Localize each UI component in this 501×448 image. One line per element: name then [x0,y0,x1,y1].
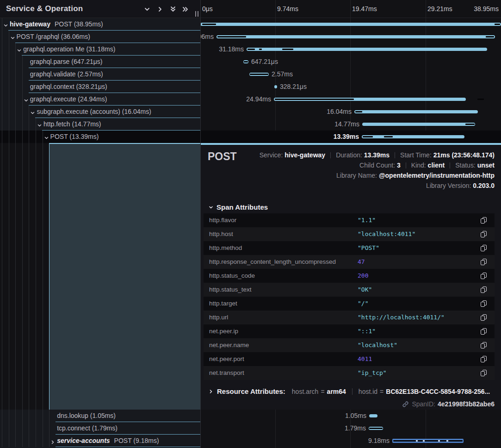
copy-icon[interactable] [481,231,487,238]
span-duration-bar[interactable] [369,414,377,417]
span-row-timeline[interactable]: 13.39ms [200,131,501,143]
overview-value: 21ms (23:56:48.174) [433,151,495,159]
indent-guide [22,410,23,422]
span-row-timeline[interactable]: 2.57ms [200,68,501,81]
span-duration-bar[interactable] [354,110,478,113]
attribute-row: net.transport"ip_tcp" [204,366,495,380]
operation-name: POST /graphql (36.06ms) [17,33,90,40]
collapse-span-icon[interactable] [37,122,42,127]
attribute-value: 47 [358,255,365,269]
span-row-name[interactable]: dns.lookup (1.05ms) [0,410,200,422]
span-row-timeline[interactable]: 647.21μs [200,56,501,68]
copy-icon[interactable] [481,245,487,252]
timeline-column: 0μs9.74ms19.47ms29.21ms38.95ms 36.06ms31… [200,0,501,448]
attribute-key: http.status_code [209,269,255,283]
copy-icon[interactable] [481,300,487,307]
span-row-timeline[interactable]: 1.79ms [200,422,501,435]
span-row-timeline[interactable]: 328.21μs [200,81,501,93]
indent-guide [29,422,29,435]
indent-guide [9,143,9,410]
resource-attributes-row[interactable]: Resource Attributes:host.arch=arm64host.… [209,387,490,395]
indent-guide [43,131,43,143]
collapse-span-icon[interactable] [17,47,22,52]
attribute-row: http.flavor"1.1" [204,213,495,227]
copy-icon[interactable] [481,356,487,363]
indent-guide [9,81,9,93]
span-row-name[interactable]: http.fetch (14.77ms) [0,118,200,131]
span-attributes-header[interactable]: Span Attributes [209,203,268,211]
indent-guide [15,131,16,143]
span-row-timeline[interactable]: 36.06ms [200,31,501,43]
indent-guide [2,18,2,31]
critical-path-segment [247,49,255,50]
column-divider[interactable] [200,0,201,448]
copy-icon[interactable] [481,273,487,280]
operation-name: graphql.context (328.21μs) [30,83,107,90]
column-resize-handle[interactable] [195,11,199,17]
double-chevron-right-icon[interactable] [181,5,190,13]
span-row-timeline[interactable] [200,18,501,31]
collapsed-child-marker [416,440,418,442]
span-duration-label: 14.77ms [334,118,359,131]
indent-guide [15,106,16,118]
span-duration-label: 13.39ms [334,131,359,143]
span-duration-label: 328.21μs [280,81,307,93]
span-row-name[interactable]: subgraph.execute (accounts) (16.04ms) [0,106,200,118]
column-title: Service & Operation [6,0,83,18]
span-row-timeline[interactable]: 14.77ms [200,118,501,131]
copy-icon[interactable] [481,217,487,224]
span-row-name[interactable]: graphql.validate (2.57ms) [0,68,200,81]
span-row-name[interactable]: graphql.execute (24.94ms) [0,93,200,106]
span-duration-bar[interactable] [274,85,277,88]
span-row-timeline[interactable]: 9.18ms [200,435,501,447]
collapse-span-icon[interactable] [24,97,29,102]
copy-icon[interactable] [481,342,487,349]
operation-name: graphql.operation Me (31.18ms) [23,45,115,53]
span-row-name[interactable]: POST (13.39ms) [0,131,200,143]
span-duration-bar[interactable] [200,23,501,26]
expand-resource-icon[interactable] [209,388,213,395]
chevron-right-icon[interactable] [156,5,164,13]
overview-label: Service: [260,151,285,159]
double-chevron-down-icon[interactable] [169,5,177,13]
copy-icon[interactable] [481,259,487,266]
span-row-timeline[interactable]: 1.05ms [200,410,501,422]
span-row-name[interactable]: hive-gatewayPOST (38.95ms) [0,18,200,31]
copy-icon[interactable] [481,370,487,377]
attribute-row: http.response_content_length_uncompresse… [204,255,495,269]
copy-icon[interactable] [481,314,487,321]
span-duration-bar[interactable] [362,123,475,126]
span-label: subgraph.execute (accounts) (16.04ms) [37,106,151,118]
indent-guide [2,106,2,118]
chevron-down-icon[interactable] [143,5,151,13]
collapse-span-icon[interactable] [10,34,15,39]
span-row-name[interactable]: graphql.parse (647.21μs) [0,56,200,68]
collapse-span-icon[interactable] [44,134,49,139]
link-icon[interactable] [402,401,409,408]
collapse-span-icon[interactable] [3,22,8,27]
span-id: SpanID:4e21998f3b82abe6 [402,400,495,408]
attribute-value: "localhost" [358,338,397,352]
attribute-value: "::1" [358,324,376,338]
span-duration-bar[interactable] [362,135,464,138]
indent-guide [2,56,2,68]
span-row-name[interactable]: tcp.connect (1.79ms) [0,422,200,435]
expand-span-icon[interactable] [50,438,56,443]
span-row-name[interactable]: graphql.operation Me (31.18ms) [0,43,200,56]
critical-path-segment [202,24,216,25]
span-row-timeline[interactable]: 16.04ms [200,106,501,118]
copy-icon[interactable] [481,328,487,335]
span-row-timeline[interactable]: 31.18ms [200,43,501,56]
span-duration-bar[interactable] [216,35,495,38]
indent-guide [9,43,9,56]
collapse-span-icon[interactable] [30,109,35,114]
span-row-name[interactable]: POST /graphql (36.06ms) [0,31,200,43]
span-row-name[interactable]: service-accountsPOST (9.18ms) [0,435,200,447]
indent-guide [22,106,23,118]
span-row-name[interactable]: graphql.context (328.21μs) [0,81,200,93]
span-label: graphql.operation Me (31.18ms) [23,43,115,55]
critical-path-segment [282,49,293,50]
copy-icon[interactable] [481,286,487,293]
span-row-timeline[interactable]: 24.94ms [200,93,501,106]
critical-path-segment [477,99,484,100]
